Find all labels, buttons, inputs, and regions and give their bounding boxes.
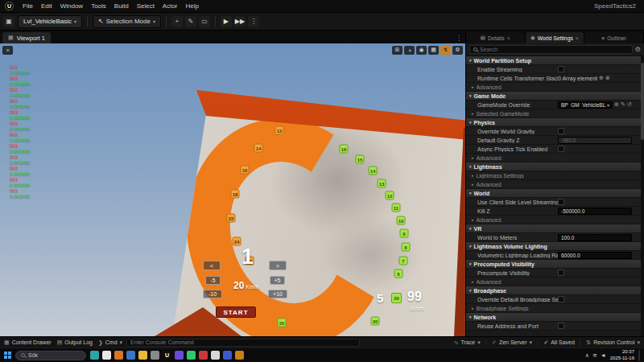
close-icon[interactable]: × — [507, 35, 510, 41]
hud-button-10[interactable]: +10 — [268, 290, 287, 298]
tab-world-settings[interactable]: ◉World Settings× — [526, 32, 585, 43]
menu-actor[interactable]: Actor — [159, 2, 182, 10]
gamemode-override-dropdown[interactable]: BP_GM_VehicleBL▾ — [558, 101, 613, 109]
chevron-right-icon[interactable]: ▸ — [472, 111, 474, 116]
selection-mode-dropdown[interactable]: ↖ Selection Mode ▾ — [93, 15, 161, 28]
viewport-tab[interactable]: ▦ Viewport 1 — [2, 32, 51, 43]
level-tab[interactable]: Lvl_VehicleBasic ▾ — [18, 15, 82, 28]
scrollbar-thumb[interactable] — [641, 63, 644, 140]
menu-tools[interactable]: Tools — [87, 2, 110, 10]
tab-details[interactable]: ▤Details× — [466, 32, 526, 43]
panel-settings-icon[interactable]: ⚙ — [635, 46, 641, 53]
content-drawer-button[interactable]: ▦Content Drawer — [4, 339, 52, 346]
app-icon[interactable] — [126, 351, 135, 360]
close-icon[interactable]: × — [576, 35, 579, 41]
zen-server-button[interactable]: ✓Zen Server▾ — [492, 339, 532, 346]
menu-select[interactable]: Select — [133, 2, 159, 10]
menu-window[interactable]: Window — [56, 2, 87, 10]
chevron-right-icon[interactable]: ▸ — [472, 155, 474, 160]
menu-edit[interactable]: Edit — [37, 2, 56, 10]
hud-button-[interactable]: < — [203, 261, 221, 270]
revision-control-button[interactable]: ⇅Revision Control▾ — [586, 339, 640, 346]
chevron-right-icon[interactable]: ▸ — [472, 84, 474, 89]
app-icon[interactable] — [235, 351, 244, 360]
tab-outliner[interactable]: ≡Outliner — [584, 32, 644, 43]
hud-button-10[interactable]: -10 — [203, 290, 222, 298]
app-icon[interactable] — [187, 351, 196, 360]
chevron-right-icon[interactable]: ▸ — [472, 217, 474, 222]
taskbar-search-input[interactable]: Sök — [15, 351, 86, 360]
viewport-3d[interactable]: ≡ ⊞◑◉▦↯⚙ 9930.9936959930.9936959930.9936… — [0, 43, 465, 336]
use-client-side-level-streaming-volumes-checkbox[interactable] — [558, 199, 564, 205]
menu-file[interactable]: File — [19, 2, 37, 10]
notification-edge[interactable] — [638, 350, 640, 361]
hud-button-5[interactable]: +5 — [270, 276, 285, 285]
asset-action-icon[interactable]: ↺ — [627, 101, 632, 108]
network-icon[interactable]: ≋ — [592, 352, 597, 359]
app-icon[interactable] — [223, 351, 232, 360]
volume-icon[interactable]: ◄ — [601, 352, 606, 359]
panel-scrollbar[interactable] — [641, 56, 644, 336]
chevron-right-icon[interactable]: ▸ — [472, 306, 474, 311]
section-world-partition-setup[interactable]: ▾World Partition Setup — [466, 56, 644, 65]
app-icon[interactable] — [199, 351, 208, 360]
section-lightmass[interactable]: ▾Lightmass — [466, 162, 644, 171]
chevron-right-icon[interactable]: ▸ — [472, 279, 474, 284]
async-physics-tick-enabled-checkbox[interactable] — [558, 146, 564, 152]
all-saved-button[interactable]: ✔All Saved — [543, 339, 574, 346]
section-physics[interactable]: ▾Physics — [466, 118, 644, 127]
output-log-button[interactable]: ▤Output Log — [57, 339, 93, 346]
chevron-right-icon[interactable]: ▸ — [472, 173, 474, 178]
app-icon[interactable]: U — [163, 351, 171, 360]
reuse-address-and-port-checkbox[interactable] — [558, 323, 564, 329]
button-label: Trace — [461, 339, 476, 345]
hidden-icons-chevron-icon[interactable]: ∧ — [585, 352, 589, 359]
menu-help[interactable]: Help — [182, 2, 203, 10]
chevron-right-icon[interactable]: ▸ — [472, 182, 474, 187]
skip-frame-button[interactable]: ▶▶ — [234, 16, 246, 27]
section-game-mode[interactable]: ▾Game Mode — [466, 92, 644, 101]
precompute-visibility-checkbox[interactable] — [558, 269, 564, 276]
viewport-tab-options-icon[interactable]: ⋮ — [456, 35, 462, 42]
save-icon[interactable]: ▣ — [3, 16, 14, 27]
asset-action-icon[interactable]: ✎ — [621, 101, 625, 108]
override-world-gravity-checkbox[interactable] — [558, 128, 564, 134]
play-button[interactable]: ▶ — [221, 16, 232, 27]
add-actor-icon[interactable]: + — [171, 16, 183, 27]
console-input[interactable]: Enter Console Command — [126, 339, 360, 347]
app-icon[interactable] — [90, 351, 99, 360]
section-network[interactable]: ▾Network — [466, 313, 644, 322]
trace-button[interactable]: ∿Trace▾ — [454, 339, 481, 346]
clear-array-icon[interactable]: ⊗ — [605, 75, 610, 81]
volumetric-lightmap-loading-range-field[interactable]: 60000.0 — [558, 252, 632, 259]
enable-streaming-checkbox[interactable] — [558, 66, 564, 72]
play-options-icon[interactable]: ⋮ — [248, 16, 259, 27]
app-icon[interactable] — [114, 351, 123, 360]
section-precomputed-visibility[interactable]: ▾Precomputed Visibility — [466, 260, 644, 269]
taskbar-clock[interactable]: 20:37 2025-11-16 — [610, 349, 634, 361]
section-lightmass-volume-lighting[interactable]: ▾Lightmass Volume Lighting — [466, 242, 644, 251]
app-icon[interactable] — [102, 351, 111, 360]
unreal-logo-icon[interactable]: U — [5, 2, 14, 10]
app-icon[interactable] — [138, 351, 147, 360]
search-input[interactable]: Search — [469, 45, 633, 54]
section-broadphase[interactable]: ▾Broadphase — [466, 286, 644, 295]
app-icon[interactable] — [151, 351, 159, 360]
cinematics-icon[interactable]: ▭ — [199, 16, 210, 27]
app-icon[interactable] — [175, 351, 184, 360]
menu-build[interactable]: Build — [110, 2, 133, 10]
hud-button-5[interactable]: -5 — [205, 276, 221, 285]
override-default-broadphase-settings-checkbox[interactable] — [558, 296, 564, 302]
kill-z-field[interactable]: -500000.0 — [558, 208, 632, 215]
section-vr[interactable]: ▾VR — [466, 224, 644, 233]
section-world[interactable]: ▾World — [466, 189, 644, 198]
hud-button-[interactable]: > — [269, 261, 287, 270]
world-to-meters-field[interactable]: 100.0 — [558, 234, 632, 241]
blueprint-icon[interactable]: ✎ — [185, 16, 196, 27]
cmd-button[interactable]: ❯Cmd▾ — [98, 339, 122, 346]
start-button[interactable] — [4, 352, 11, 359]
start-button[interactable]: START — [216, 306, 256, 318]
asset-action-icon[interactable]: ⊕ — [614, 101, 619, 108]
add-element-icon[interactable]: ⊕ — [599, 75, 604, 81]
app-icon[interactable] — [211, 351, 220, 360]
